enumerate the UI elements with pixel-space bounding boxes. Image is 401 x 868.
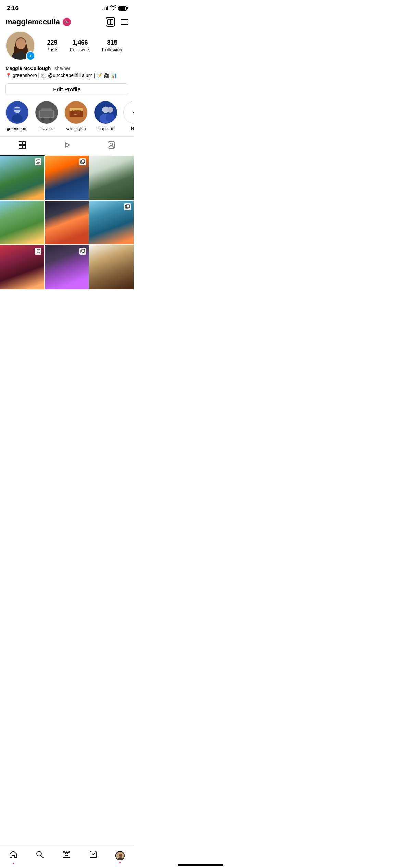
- svg-point-14: [41, 118, 45, 121]
- battery-icon: [118, 6, 127, 11]
- tab-grid[interactable]: [0, 137, 45, 156]
- followers-count: 1,466: [72, 39, 88, 46]
- username-area: maggiemcculla 9+: [5, 17, 71, 26]
- svg-rect-35: [37, 160, 40, 163]
- svg-rect-10: [12, 108, 22, 110]
- photo-grid: [0, 156, 134, 289]
- grid-cell-9[interactable]: [89, 245, 134, 289]
- stats-row: + 229 Posts 1,466 Followers 815 Followin…: [5, 31, 128, 60]
- followers-label: Followers: [70, 47, 90, 52]
- status-time: 2:16: [7, 5, 19, 12]
- status-bar: 2:16: [0, 0, 134, 14]
- bio-pronouns: she/her: [54, 65, 71, 71]
- multi-icon-8: [79, 248, 86, 255]
- following-count: 815: [107, 39, 117, 46]
- svg-rect-37: [82, 160, 85, 163]
- bio-text: 📍 greensboro | 🐑 @uncchapelhill alum | 📝…: [5, 72, 128, 79]
- tagged-icon: [107, 141, 116, 151]
- add-story-button[interactable]: +: [26, 51, 35, 60]
- grid-icon: [18, 141, 26, 151]
- grid-cell-5[interactable]: [45, 201, 89, 245]
- svg-point-9: [12, 114, 22, 122]
- svg-rect-41: [37, 249, 40, 252]
- highlight-chapelhill[interactable]: chapel hill: [94, 101, 117, 131]
- bio-line1: 📍 greensboro | 🐑 @uncchapelhill alum | 📝…: [5, 73, 117, 78]
- following-label: Following: [102, 47, 122, 52]
- signal-icon: [102, 6, 108, 10]
- grid-cell-1[interactable]: [0, 156, 44, 200]
- new-highlight-plus: +: [132, 107, 134, 118]
- svg-point-33: [110, 143, 113, 146]
- bio-full-name: Maggie McCullough: [5, 65, 51, 71]
- svg-rect-30: [23, 145, 26, 148]
- edit-profile-button[interactable]: Edit Profile: [5, 83, 128, 95]
- svg-rect-13: [41, 108, 52, 111]
- avatar-wrap: +: [5, 31, 35, 60]
- grid-cell-8[interactable]: [45, 245, 89, 289]
- grid-cell-7[interactable]: [0, 245, 44, 289]
- posts-count: 229: [47, 39, 57, 46]
- status-icons: [102, 5, 127, 11]
- wifi-icon: [110, 5, 116, 11]
- username-text: maggiemcculla: [5, 17, 60, 26]
- grid-cell-6[interactable]: [89, 201, 134, 245]
- svg-rect-39: [126, 205, 130, 208]
- tab-tagged[interactable]: [89, 137, 134, 156]
- tab-reels[interactable]: [45, 137, 89, 156]
- following-stat[interactable]: 815 Following: [102, 39, 122, 52]
- highlight-travels[interactable]: travels: [35, 101, 58, 131]
- stats-numbers: 229 Posts 1,466 Followers 815 Following: [35, 39, 128, 52]
- highlights-row: greensboro travels BURRITO BARN: [0, 101, 134, 136]
- highlight-new[interactable]: + New: [123, 101, 134, 131]
- svg-point-26: [106, 114, 115, 122]
- multi-icon-7: [35, 248, 41, 255]
- svg-marker-31: [65, 143, 70, 147]
- svg-text:BARN: BARN: [74, 114, 78, 116]
- followers-stat[interactable]: 1,466 Followers: [70, 39, 90, 52]
- tabs-row: [0, 136, 134, 156]
- highlight-wilmington[interactable]: BURRITO BARN wilmington: [64, 101, 88, 131]
- highlight-circle-wilmington: BURRITO BARN: [64, 101, 88, 124]
- svg-rect-16: [40, 111, 53, 117]
- highlight-label-chapelhill: chapel hill: [96, 126, 114, 131]
- highlight-greensboro[interactable]: greensboro: [5, 101, 29, 131]
- svg-rect-27: [19, 142, 22, 145]
- svg-rect-43: [82, 249, 85, 252]
- highlight-circle-travels: [35, 101, 58, 124]
- highlight-circle-chapelhill: [94, 101, 117, 124]
- highlight-label-new: New: [131, 126, 134, 131]
- multi-icon-2: [79, 158, 86, 165]
- posts-stat[interactable]: 229 Posts: [46, 39, 58, 52]
- add-post-button[interactable]: [106, 17, 115, 27]
- menu-button[interactable]: [121, 19, 128, 25]
- svg-point-15: [49, 118, 52, 121]
- highlight-label-greensboro: greensboro: [7, 126, 28, 131]
- header-actions: [106, 17, 128, 27]
- notification-badge[interactable]: 9+: [63, 18, 71, 26]
- highlight-label-wilmington: wilmington: [66, 126, 86, 131]
- svg-rect-28: [23, 142, 26, 145]
- grid-cell-4[interactable]: [0, 201, 44, 245]
- multi-icon-6: [124, 203, 131, 210]
- highlight-circle-greensboro: [5, 101, 29, 124]
- svg-text:BURRITO: BURRITO: [72, 110, 81, 112]
- profile-info: + 229 Posts 1,466 Followers 815 Followin…: [0, 31, 134, 101]
- highlight-label-travels: travels: [40, 126, 52, 131]
- grid-cell-2[interactable]: [45, 156, 89, 200]
- svg-point-6: [16, 38, 26, 49]
- svg-point-25: [107, 107, 113, 113]
- posts-label: Posts: [46, 47, 58, 52]
- highlight-circle-new: +: [123, 101, 134, 124]
- multi-icon-1: [35, 158, 41, 165]
- profile-header: maggiemcculla 9+: [0, 14, 134, 31]
- svg-rect-29: [19, 145, 22, 148]
- bio-section: Maggie McCullough she/her 📍 greensboro |…: [5, 64, 128, 83]
- grid-cell-3[interactable]: [89, 156, 134, 200]
- reels-icon: [63, 141, 71, 151]
